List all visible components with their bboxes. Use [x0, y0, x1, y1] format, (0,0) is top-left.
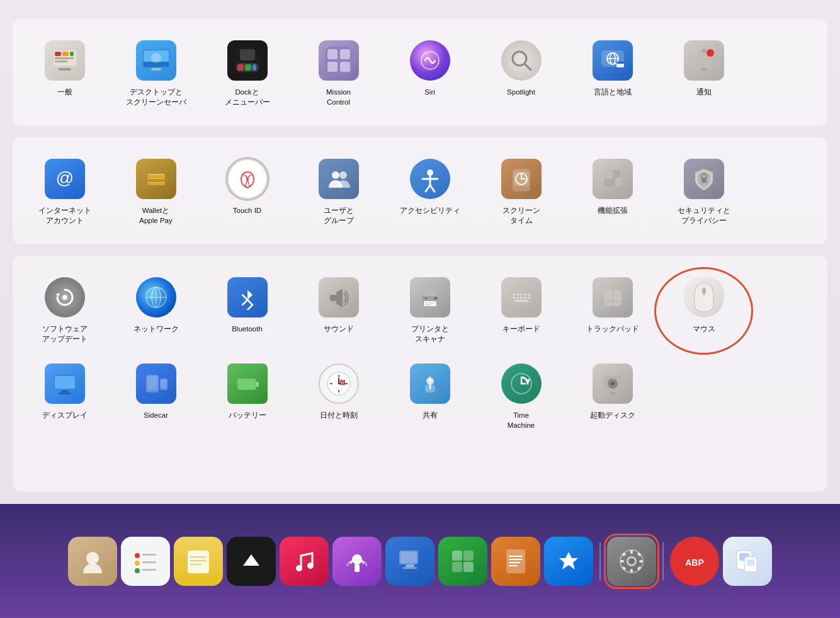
dock-appletv[interactable] [227, 537, 276, 586]
svg-rect-3 [62, 52, 69, 56]
pref-siri[interactable]: Siri [384, 34, 475, 113]
svg-rect-147 [463, 551, 474, 561]
svg-rect-70 [424, 289, 436, 296]
svg-rect-11 [151, 68, 161, 71]
svg-rect-22 [327, 62, 338, 72]
pref-internet[interactable]: @ インターネット アカウント [19, 152, 110, 232]
svg-rect-7 [59, 68, 71, 71]
startup-label: 起動ディスク [590, 410, 635, 420]
language-label: 言語と地域 [594, 87, 632, 97]
pref-software[interactable]: ソフトウェア アップデート [19, 271, 110, 350]
pref-general[interactable]: 一般 [19, 34, 110, 113]
keyboard-icon [501, 277, 542, 318]
mouse-icon [684, 277, 724, 318]
system-preferences-window: 一般 デスクトップと スクリーンセーバ [0, 0, 840, 504]
dock-notes[interactable] [174, 537, 223, 586]
dock-music[interactable] [280, 537, 329, 586]
svg-point-33 [702, 49, 706, 52]
pref-extensions[interactable]: 機能拡張 [567, 152, 658, 232]
dock-contacts[interactable] [68, 537, 117, 586]
sidecar-label: Sidecar [144, 410, 168, 420]
pref-mouse[interactable]: マウス [658, 271, 749, 350]
svg-rect-125 [610, 392, 615, 394]
dock-reminders[interactable] [121, 537, 170, 586]
svg-rect-32 [616, 62, 624, 64]
svg-rect-152 [509, 559, 523, 560]
svg-rect-34 [701, 68, 707, 71]
svg-rect-148 [452, 562, 462, 572]
svg-rect-23 [340, 62, 350, 72]
svg-rect-150 [506, 549, 525, 573]
pref-dock[interactable]: Dockと メニューバー [201, 34, 293, 113]
svg-rect-151 [509, 556, 523, 557]
datetime-icon: 17 JUL [319, 363, 359, 404]
printer-label: プリンタと スキャナ [411, 324, 449, 344]
dock-podcasts[interactable] [332, 537, 382, 586]
svg-text:ABP: ABP [685, 558, 704, 568]
pref-mission[interactable]: Mission Control [293, 34, 384, 113]
svg-point-129 [135, 561, 140, 566]
users-icon [319, 159, 359, 199]
extensions-icon [593, 159, 633, 199]
pref-bluetooth[interactable]: Bluetooth [201, 271, 293, 350]
pref-accessibility[interactable]: アクセシビリティ [384, 152, 475, 232]
display-label: ディスプレイ [42, 410, 88, 420]
pref-keyboard[interactable]: キーボード [475, 271, 567, 350]
svg-point-157 [628, 558, 635, 564]
svg-rect-80 [524, 294, 526, 295]
svg-rect-68 [330, 295, 336, 301]
pref-startup[interactable]: 起動ディスク [567, 357, 658, 437]
dock-sysprefs[interactable] [607, 537, 656, 586]
security-icon [684, 159, 724, 199]
pref-screentime[interactable]: スクリーン タイム [475, 152, 567, 232]
pref-network[interactable]: ネットワーク [110, 271, 201, 350]
dock-keynote[interactable] [385, 537, 434, 586]
pref-timemachine[interactable]: Time Machine [475, 357, 567, 437]
pref-printer[interactable]: プリンタと スキャナ [384, 271, 475, 350]
pref-touchid[interactable]: Touch ID [201, 152, 293, 232]
icon-grid-accounts: @ インターネット アカウント Walletと Apple Pay [19, 152, 821, 232]
svg-rect-94 [55, 376, 75, 389]
pref-sidecar[interactable]: Sidecar [110, 357, 201, 437]
printer-icon [410, 277, 450, 318]
svg-rect-145 [403, 567, 417, 569]
svg-point-41 [246, 178, 249, 180]
dock-preview[interactable] [723, 537, 772, 586]
pref-battery[interactable]: バッテリー [201, 357, 293, 437]
touchid-icon [227, 159, 268, 199]
keyboard-label: キーボード [502, 324, 540, 334]
dock-numbers[interactable] [438, 537, 487, 586]
svg-rect-2 [55, 52, 61, 56]
pref-sound[interactable]: サウンド [293, 271, 384, 350]
dock-appstore[interactable] [544, 537, 593, 586]
svg-rect-141 [355, 564, 360, 572]
pref-security[interactable]: セキュリティと プライバシー [658, 152, 749, 232]
pref-users[interactable]: ユーザと グループ [293, 152, 384, 232]
pref-display[interactable]: ディスプレイ [19, 357, 110, 437]
pref-sharing[interactable]: 共有 [384, 357, 475, 437]
svg-rect-74 [425, 302, 435, 304]
pref-trackpad[interactable]: トラックパッド [567, 271, 658, 350]
pref-language[interactable]: 言語と地域 [567, 34, 658, 113]
dock-pages[interactable] [491, 537, 540, 586]
pref-desktop[interactable]: デスクトップと スクリーンセーバ [110, 34, 201, 113]
section-accounts: @ インターネット アカウント Walletと Apple Pay [13, 137, 827, 244]
dock-abp[interactable]: ABP [670, 537, 719, 586]
svg-rect-98 [147, 376, 157, 390]
svg-line-66 [242, 295, 247, 300]
internet-icon: @ [45, 159, 85, 199]
pref-wallet[interactable]: Walletと Apple Pay [110, 152, 201, 232]
language-icon [593, 40, 633, 81]
pref-spotlight[interactable]: Spotlight [475, 34, 567, 113]
svg-rect-95 [61, 390, 69, 392]
pref-notification[interactable]: 通知 [658, 34, 749, 113]
svg-rect-5 [55, 57, 74, 59]
pref-datetime[interactable]: 17 JUL 日付と時刻 [293, 357, 384, 437]
svg-point-131 [135, 568, 140, 573]
security-label: セキュリティと プライバシー [678, 205, 730, 226]
siri-icon [410, 40, 450, 81]
network-icon [136, 277, 176, 318]
software-icon [45, 277, 85, 318]
svg-rect-103 [256, 382, 259, 387]
mouse-label: マウス [693, 324, 715, 334]
